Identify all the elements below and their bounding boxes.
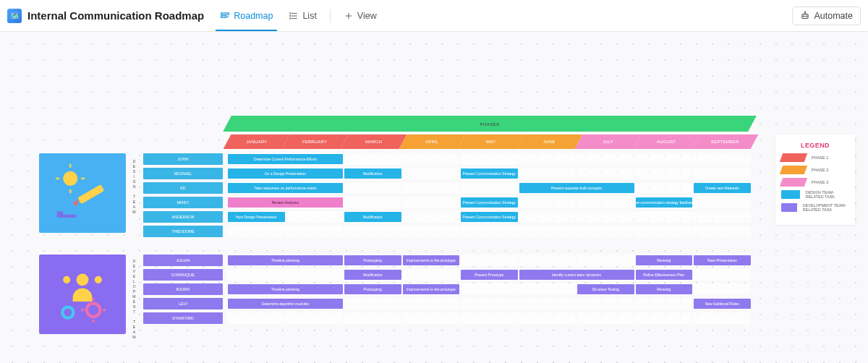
person-julian: JULIAN <box>143 255 223 266</box>
design-team-names: JOHNMICHAELKDMIKEYANDERSONTHEODORE <box>143 153 223 237</box>
legend-swatch <box>780 153 807 162</box>
task-bar[interactable]: Prototyping <box>344 255 401 265</box>
month-header: JANUARYFEBRUARYMARCHAPRILMAYJUNEJULYAUGU… <box>227 134 754 149</box>
person-michael: MICHAEL <box>143 168 223 179</box>
task-bar[interactable]: Identify current team dynamics <box>519 270 634 280</box>
svg-point-11 <box>804 16 804 17</box>
svg-point-6 <box>290 15 291 16</box>
tab-list[interactable]: List <box>281 7 323 25</box>
task-bar[interactable]: Modification <box>344 212 401 222</box>
top-bar: 🗺️ Internal Communication Roadmap Roadma… <box>0 0 868 32</box>
task-bar[interactable]: Modification <box>344 168 401 179</box>
tab-view-label: View <box>357 11 377 21</box>
automate-button[interactable]: Automate <box>792 7 861 25</box>
dev-team-tile <box>39 255 126 334</box>
month-august: AUGUST <box>634 134 699 149</box>
month-april: APRIL <box>399 134 465 149</box>
person-bjorn: BJORN <box>143 283 223 295</box>
task-bar[interactable]: Modification <box>344 270 401 280</box>
legend-row: PHASE 3 <box>781 178 849 187</box>
design-team-tile <box>39 153 126 233</box>
legend-swatch <box>780 166 807 174</box>
legend-label: DESIGN TEAM-RELATED TASK <box>806 190 849 200</box>
task-bar[interactable]: Host Design Presentation <box>228 212 285 222</box>
task-bar[interactable]: Determine algorithm modules <box>228 299 343 309</box>
task-bar[interactable]: Prototyping <box>344 284 401 294</box>
svg-point-26 <box>87 304 100 317</box>
plus-icon <box>344 11 354 21</box>
task-bar[interactable]: Team Presentation <box>694 255 751 265</box>
list-icon <box>289 11 299 21</box>
task-bar[interactable]: Present Communication Strategy <box>461 212 518 222</box>
person-stanford: STANFORD <box>143 312 223 324</box>
automate-label: Automate <box>814 11 853 21</box>
task-bar[interactable]: Present separate built concepts <box>519 183 634 193</box>
legend-label: PHASE 2 <box>812 168 828 172</box>
view-tabs: Roadmap List View <box>213 7 384 25</box>
task-bar[interactable]: Do a Design Presentation <box>228 168 343 179</box>
svg-marker-21 <box>73 199 79 206</box>
legend-swatch <box>781 190 800 199</box>
svg-point-15 <box>63 171 77 186</box>
legend-row: PHASE 1 <box>781 153 849 162</box>
legend-row: PHASE 2 <box>781 166 849 174</box>
design-illustration-icon <box>52 163 113 223</box>
legend-title: LEGEND <box>781 142 849 149</box>
phases-band <box>227 116 752 132</box>
svg-rect-1 <box>221 16 226 17</box>
tab-roadmap-label: Roadmap <box>234 11 273 21</box>
tab-roadmap[interactable]: Roadmap <box>213 7 280 25</box>
page-title: Internal Communication Roadmap <box>27 9 204 22</box>
month-july: JULY <box>575 134 641 149</box>
svg-point-5 <box>290 12 291 13</box>
svg-rect-0 <box>221 12 229 14</box>
task-bar[interactable]: Present Communication Strategy <box>461 197 518 208</box>
separator <box>330 9 331 22</box>
tab-list-label: List <box>302 11 316 21</box>
task-bar[interactable]: Timeline planning <box>228 255 343 265</box>
task-bar[interactable]: Present Prototype <box>461 270 518 280</box>
legend-row: DESIGN TEAM-RELATED TASK <box>781 190 849 200</box>
person-theodore: THEODORE <box>143 226 223 237</box>
doc-icon: 🗺️ <box>7 9 22 23</box>
svg-point-12 <box>807 16 807 17</box>
tab-add-view[interactable]: View <box>336 7 384 25</box>
task-bar[interactable]: Take responses on performance matrix <box>228 183 343 193</box>
svg-point-14 <box>805 12 806 12</box>
person-john: JOHN <box>143 153 223 165</box>
dev-team-names: JULIANDOMINIQUEBJORNLEVISTANFORD <box>143 255 223 324</box>
task-bar[interactable]: Review Analytics <box>228 197 343 208</box>
task-bar[interactable]: Determine Current Performance Efforts <box>228 154 343 164</box>
legend-row: DEVELOPMENT TEAM-RELATED TASK <box>781 203 849 213</box>
month-september: SEPTEMBER <box>692 134 758 149</box>
task-bar[interactable]: Improvements to the prototype <box>403 255 460 265</box>
task-bar[interactable]: New Additional Roles <box>694 299 751 309</box>
robot-icon <box>800 11 810 21</box>
task-bar[interactable]: Timeline planning <box>228 284 343 294</box>
svg-point-24 <box>63 276 70 283</box>
svg-point-23 <box>77 273 89 286</box>
person-levi: LEVI <box>143 298 223 309</box>
task-bar[interactable]: Create new Materials <box>694 183 751 193</box>
person-anderson: ANDERSON <box>143 211 223 223</box>
task-bar[interactable]: Get communication strategy feedback <box>636 197 693 208</box>
legend-swatch <box>781 203 797 212</box>
task-bar[interactable]: Structure Testing <box>577 284 634 294</box>
person-dominique: DOMINIQUE <box>143 269 223 281</box>
month-may: MAY <box>458 134 524 149</box>
svg-rect-22 <box>57 211 63 217</box>
svg-point-25 <box>95 276 102 283</box>
svg-point-31 <box>62 307 73 318</box>
task-bar[interactable]: Improvements to the prototype <box>403 284 460 294</box>
task-bar[interactable]: Revising <box>636 255 693 265</box>
month-january: JANUARY <box>224 134 289 149</box>
task-bar[interactable]: Revising <box>636 284 693 294</box>
whiteboard-canvas[interactable]: PHASES JANUARYFEBRUARYMARCHAPRILMAYJUNEJ… <box>0 32 868 363</box>
month-march: MARCH <box>341 134 407 149</box>
person-mikey: MIKEY <box>143 197 223 208</box>
svg-point-7 <box>290 17 291 18</box>
task-bar[interactable]: Refine Effectiveness Plan <box>636 270 693 280</box>
dev-illustration-icon <box>52 264 113 325</box>
task-bar[interactable]: Present Communication Strategy <box>461 168 518 179</box>
month-february: FEBRUARY <box>282 134 348 149</box>
